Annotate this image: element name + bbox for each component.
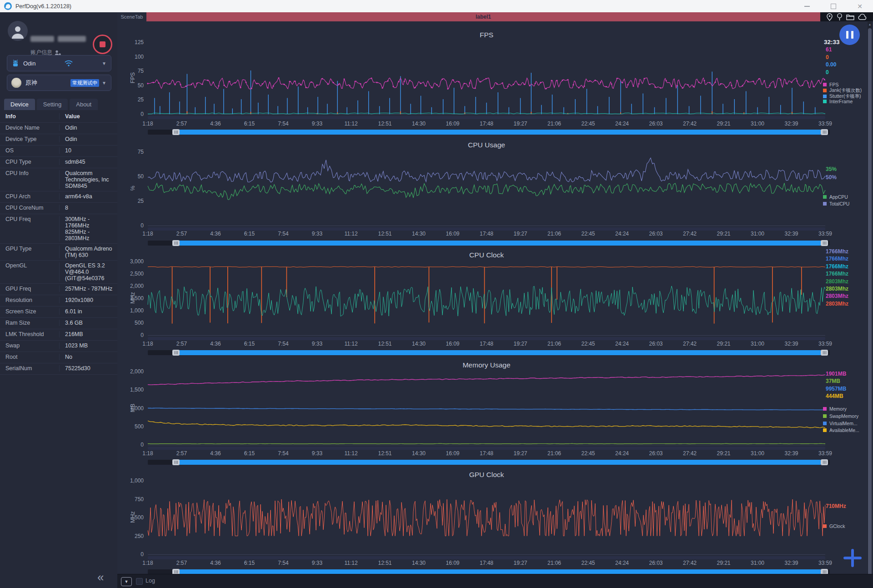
- value-cell: 1023 MB: [59, 342, 117, 349]
- chart-mem-plot[interactable]: [148, 372, 825, 447]
- info-cell: GPU Type: [0, 246, 59, 252]
- add-chart-button[interactable]: [843, 549, 862, 567]
- table-header: Info Value: [0, 111, 117, 123]
- slider-handle-left[interactable]: [172, 350, 180, 356]
- slider-range[interactable]: [178, 241, 821, 246]
- table-row: OpenGLOpenGL ES 3.2 V@464.0 (GIT@54e0376: [0, 261, 117, 284]
- time-tick: 12:51: [378, 231, 391, 237]
- legend-item[interactable]: InterFrame: [823, 99, 853, 104]
- legend-item[interactable]: AvailableMe...: [823, 427, 859, 433]
- time-tick: 9:33: [312, 560, 322, 566]
- legend-item[interactable]: GClock: [823, 523, 845, 529]
- location-pin-icon[interactable]: [826, 13, 833, 21]
- value-cell: 6.01 in: [59, 308, 117, 315]
- chart-scrollbar[interactable]: [148, 459, 830, 465]
- time-tick: 26:03: [649, 231, 662, 237]
- chart-cpuclock-plot[interactable]: [148, 261, 825, 337]
- scene-label-bar[interactable]: label1: [146, 12, 820, 21]
- value-cell: No: [59, 354, 117, 360]
- stop-record-button[interactable]: [93, 35, 112, 54]
- slider-handle-right[interactable]: [821, 350, 828, 356]
- minimize-button[interactable]: [794, 0, 820, 12]
- info-cell: SerialNum: [0, 365, 59, 372]
- tab-about[interactable]: About: [70, 99, 98, 110]
- device-info-table: Info Value Device NameOdinDevice TypeOdi…: [0, 111, 117, 375]
- time-tick: 12:51: [378, 121, 391, 127]
- y-axis-label-gpu: MHz: [130, 508, 136, 526]
- folder-icon[interactable]: [846, 14, 854, 20]
- current-value-cpu: 35%: [826, 166, 837, 172]
- time-tick: 16:09: [446, 450, 459, 457]
- app-selector[interactable]: 原神 常规测试中 ▼: [7, 75, 111, 91]
- chevron-down-icon: ▼: [102, 61, 106, 66]
- legend-label: AppCPU: [829, 194, 848, 200]
- y-tick-label: 1,500: [119, 387, 144, 393]
- slider-handle-left[interactable]: [172, 129, 180, 135]
- legend-swatch: [823, 422, 827, 425]
- time-tick: 6:15: [244, 231, 255, 237]
- time-tick: 2:57: [176, 560, 187, 566]
- user-name-redacted: [30, 36, 54, 42]
- slider-handle-right[interactable]: [821, 129, 828, 135]
- slider-range[interactable]: [178, 130, 821, 135]
- chart-cpu-plot[interactable]: [148, 152, 825, 227]
- legend-item[interactable]: VirtualMem...: [823, 421, 858, 426]
- vertical-scrollbar[interactable]: ▲ ▼: [868, 22, 872, 586]
- scene-icons: [826, 12, 867, 21]
- legend-item[interactable]: SwapMemory: [823, 413, 858, 419]
- time-tick: 9:33: [312, 121, 322, 127]
- legend-label: FPS: [829, 82, 838, 87]
- chart-scrollbar[interactable]: [148, 350, 830, 356]
- time-tick: 6:15: [244, 341, 255, 347]
- col-info: Info: [0, 113, 59, 120]
- legend-item[interactable]: TotalCPU: [823, 201, 849, 206]
- scene-bar: SceneTab label1: [117, 12, 873, 21]
- slider-range[interactable]: [178, 350, 821, 355]
- legend-item[interactable]: AppCPU: [823, 194, 848, 200]
- legend-item[interactable]: Memory: [823, 406, 847, 412]
- chart-scrollbar[interactable]: [148, 129, 830, 135]
- balloon-pin-icon[interactable]: [837, 13, 843, 21]
- tab-scene[interactable]: SceneTab: [117, 12, 146, 21]
- legend-swatch: [823, 524, 827, 528]
- time-tick: 33:59: [818, 560, 832, 566]
- value-cell: 257MHz - 787MHz: [59, 286, 117, 292]
- chart-scrollbar[interactable]: [148, 240, 830, 246]
- expand-log-button[interactable]: ▼: [121, 577, 132, 586]
- legend-item[interactable]: FPS: [823, 82, 838, 87]
- tab-setting[interactable]: Setting: [37, 99, 68, 110]
- scroll-up-icon[interactable]: ▲: [868, 22, 872, 27]
- log-checkbox[interactable]: [136, 578, 143, 585]
- slider-handle-left[interactable]: [172, 240, 180, 246]
- y-tick-label: 2,000: [119, 283, 144, 289]
- time-tick: 33:59: [818, 450, 832, 457]
- chart-gpu-plot[interactable]: [148, 481, 825, 556]
- slider-handle-left[interactable]: [172, 459, 180, 465]
- close-button[interactable]: ✕: [847, 0, 873, 12]
- slider-handle-right[interactable]: [821, 240, 828, 246]
- user-avatar[interactable]: [8, 21, 28, 41]
- cloud-icon[interactable]: [858, 14, 867, 20]
- tab-device[interactable]: Device: [4, 99, 35, 110]
- device-table-body: Device NameOdinDevice TypeOdinOS10CPU Ty…: [0, 123, 117, 375]
- time-tick: 21:06: [547, 341, 561, 347]
- y-tick-label: 75: [119, 149, 144, 155]
- device-selector[interactable]: Odin ▼: [7, 55, 111, 71]
- chart-title-gpu: GPU Clock: [148, 471, 825, 479]
- slider-range[interactable]: [178, 460, 821, 465]
- device-name: Odin: [23, 60, 35, 67]
- stop-icon: [100, 41, 105, 47]
- log-label: Log: [146, 578, 155, 584]
- pause-button[interactable]: [839, 25, 860, 45]
- y-tick-label: 500: [119, 320, 144, 326]
- value-cell: 300MHz - 1766MHz 825MHz - 2803MHz: [59, 216, 117, 241]
- table-row: Ram Size3.6 GB: [0, 318, 117, 329]
- collapse-sidebar-icon[interactable]: «: [97, 571, 104, 583]
- scrollbar-thumb[interactable]: [868, 28, 872, 578]
- table-row: LMK Threshold216MB: [0, 329, 117, 341]
- maximize-button[interactable]: [820, 0, 847, 12]
- chart-fps-plot[interactable]: [148, 42, 825, 116]
- time-tick: 24:24: [615, 450, 629, 457]
- info-cell: Screen Size: [0, 308, 59, 315]
- slider-handle-right[interactable]: [821, 459, 828, 465]
